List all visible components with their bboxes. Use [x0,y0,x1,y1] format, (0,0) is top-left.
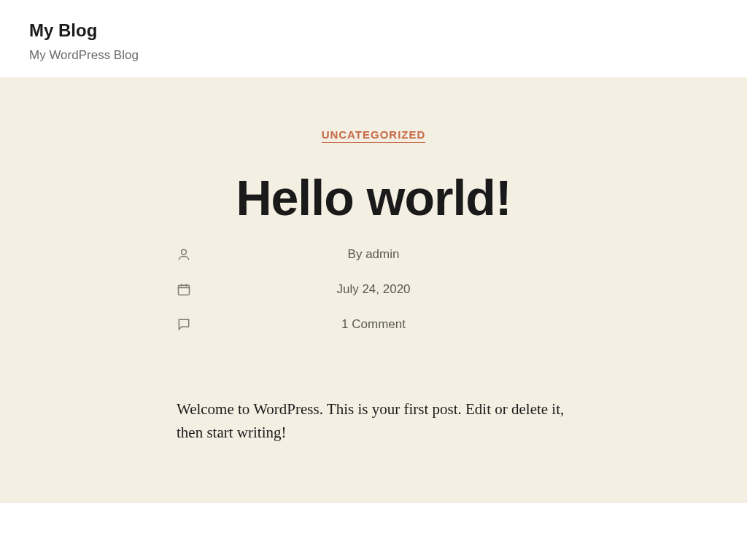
calendar-icon [177,282,191,300]
svg-rect-1 [179,285,190,295]
author-text: By admin [177,247,570,262]
post-title: Hello world! [177,171,570,225]
meta-date-row: July 24, 2020 [177,282,570,297]
svg-point-0 [182,249,187,254]
date-text: July 24, 2020 [177,282,570,297]
author-link[interactable]: admin [365,247,399,261]
site-header: My Blog My WordPress Blog [0,0,747,77]
meta-author-row: By admin [177,247,570,262]
post-meta: By admin July 24, 2020 1 Comment [177,247,570,332]
site-title-link[interactable]: My Blog [29,20,97,41]
meta-comments-row: 1 Comment [177,317,570,332]
comment-icon [177,317,191,335]
post-body: Welcome to WordPress. This is your first… [177,397,570,445]
date-link[interactable]: July 24, 2020 [336,282,410,296]
main-content: UNCATEGORIZED Hello world! By admin July… [0,77,747,503]
footer-space [0,503,747,556]
category-link[interactable]: UNCATEGORIZED [322,128,426,143]
post-article: UNCATEGORIZED Hello world! By admin July… [162,128,585,445]
author-by-label: By [348,247,366,261]
comments-link[interactable]: 1 Comment [341,317,406,331]
site-tagline: My WordPress Blog [29,48,718,63]
person-icon [177,247,191,265]
comments-text: 1 Comment [177,317,570,332]
